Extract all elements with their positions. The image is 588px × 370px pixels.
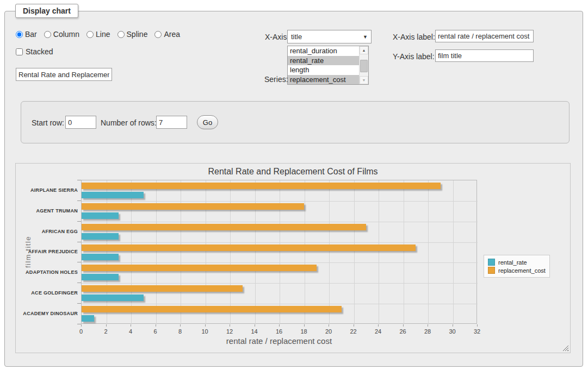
- series-options: rental_durationrental_ratelengthreplacem…: [288, 46, 359, 84]
- gridline-vertical: [206, 180, 206, 324]
- series-option-length[interactable]: length: [288, 65, 359, 75]
- series-option-rental_rate[interactable]: rental_rate: [288, 56, 359, 66]
- x-axis-tick: [156, 324, 156, 327]
- series-option-replacement_cost[interactable]: replacement_cost: [288, 75, 359, 85]
- stacked-checkbox-row[interactable]: Stacked: [16, 47, 53, 56]
- y-axis-tick: [77, 283, 81, 283]
- x-axis-tick-label: 32: [474, 328, 480, 335]
- gridline-horizontal: [82, 304, 478, 304]
- gridline-vertical: [107, 180, 107, 324]
- legend-item-rental-rate: rental_rate: [488, 259, 546, 266]
- bar-rental-rate-3: [82, 254, 119, 260]
- category-label: AGENT TRUMAN: [17, 200, 78, 221]
- chart-type-radio-spline[interactable]: [117, 31, 125, 38]
- category-label: ACADEMY DINOSAUR: [17, 303, 78, 324]
- x-axis-tick: [329, 324, 329, 327]
- gridline-vertical: [156, 180, 157, 324]
- x-axis-tick-label: 12: [226, 328, 233, 335]
- chart-type-area[interactable]: Area: [154, 30, 180, 39]
- series-multiselect[interactable]: rental_durationrental_ratelengthreplacem…: [287, 46, 369, 85]
- x-axis-tick: [81, 324, 82, 327]
- x-axis-select-label: X-Axis:: [265, 33, 289, 41]
- chart-type-radio-label: Area: [164, 30, 180, 39]
- bar-rental-rate-6: [82, 315, 94, 322]
- start-row-input[interactable]: [65, 116, 96, 129]
- x-axis-tick-label: 24: [375, 328, 381, 335]
- y-axis-tick: [77, 200, 81, 201]
- bar-rental-rate-4: [82, 274, 119, 280]
- chart-type-radio-bar[interactable]: [16, 31, 23, 38]
- x-axis-tick-label: 14: [251, 328, 257, 335]
- x-axis-tick-label: 20: [325, 328, 332, 335]
- chart-type-line[interactable]: Line: [86, 30, 110, 39]
- legend-swatch-replacement-cost: [488, 267, 495, 274]
- scrollbar-thumb[interactable]: [360, 60, 368, 72]
- x-axis-tick: [403, 324, 404, 327]
- x-axis-tick: [205, 324, 206, 327]
- chart-legend: rental_rate replacement_cost: [484, 255, 550, 278]
- gridline-vertical: [305, 180, 305, 324]
- y-axis-label-input[interactable]: [435, 49, 534, 62]
- chart-type-spline[interactable]: Spline: [117, 30, 148, 39]
- gridline-horizontal: [82, 283, 478, 284]
- x-axis-tick-label: 10: [201, 328, 208, 335]
- chart-type-radio-label: Line: [96, 30, 110, 39]
- gridline-vertical: [453, 180, 454, 324]
- y-axis-tick: [77, 221, 81, 222]
- start-row-label: Start row:: [32, 118, 64, 127]
- x-axis-label-input[interactable]: [435, 30, 534, 42]
- x-axis-tick: [180, 324, 181, 327]
- x-axis-selected-value: title: [291, 33, 302, 41]
- x-axis-tick: [378, 324, 379, 327]
- gridline-horizontal: [82, 222, 478, 222]
- chart-title-input[interactable]: [16, 68, 112, 81]
- x-axis-label-caption: X-Axis label:: [393, 33, 435, 41]
- gridline-vertical: [379, 180, 379, 324]
- x-axis-tick-label: 2: [104, 328, 107, 335]
- series-scrollbar[interactable]: ▲ ▼: [359, 46, 368, 84]
- gridline-horizontal: [82, 262, 478, 263]
- x-axis-tick: [354, 324, 354, 327]
- go-button[interactable]: Go: [197, 115, 218, 129]
- y-axis-label-caption: Y-Axis label:: [393, 52, 435, 61]
- x-axis-tick-label: 8: [178, 328, 182, 335]
- stacked-checkbox[interactable]: [16, 48, 23, 55]
- chart-type-radio-column[interactable]: [44, 31, 51, 38]
- number-of-rows-input[interactable]: [156, 116, 187, 129]
- x-axis-tick: [428, 324, 428, 327]
- bar-replacement-cost-6: [82, 306, 342, 312]
- chart-resize-handle-icon[interactable]: [562, 345, 568, 351]
- bar-rental-rate-1: [82, 212, 119, 219]
- category-label: AFFAIR PREJUDICE: [17, 242, 78, 262]
- x-axis-tick-label: 16: [276, 328, 282, 335]
- gridline-vertical: [428, 180, 429, 324]
- x-axis-tick-label: 18: [300, 328, 307, 335]
- fieldset-legend: Display chart: [15, 4, 78, 18]
- legend-label-replacement-cost: replacement_cost: [495, 267, 546, 274]
- chart-type-radio-area[interactable]: [154, 31, 162, 38]
- gridline-vertical: [255, 180, 256, 324]
- x-axis-tick: [131, 324, 131, 327]
- x-axis-select[interactable]: title ▼: [287, 30, 372, 43]
- gridline-horizontal: [82, 201, 478, 202]
- bar-replacement-cost-5: [82, 285, 243, 292]
- x-axis-tick-label: 26: [399, 328, 406, 335]
- x-axis-tick: [255, 324, 255, 327]
- category-label: AFRICAN EGG: [17, 221, 78, 242]
- chart-type-radio-line[interactable]: [86, 31, 94, 38]
- series-option-rental_duration[interactable]: rental_duration: [288, 46, 359, 56]
- chart-type-column[interactable]: Column: [44, 30, 79, 39]
- gridline-horizontal: [82, 242, 478, 243]
- chart-title: Rental Rate and Replacement Cost of Film…: [16, 167, 570, 177]
- scroll-up-icon[interactable]: ▲: [360, 46, 368, 54]
- chart-type-bar[interactable]: Bar: [16, 30, 37, 39]
- y-axis-tick: [77, 262, 81, 262]
- x-axis-tick-label: 30: [449, 328, 455, 335]
- x-axis-tick: [230, 324, 230, 327]
- x-axis-tick-label: 4: [129, 328, 132, 335]
- legend-swatch-rental-rate: [488, 259, 495, 266]
- number-of-rows-label: Number of rows:: [101, 118, 157, 127]
- gridline-vertical: [181, 180, 181, 324]
- x-axis-tick-label: 6: [153, 328, 157, 335]
- scroll-down-icon[interactable]: ▼: [360, 76, 368, 84]
